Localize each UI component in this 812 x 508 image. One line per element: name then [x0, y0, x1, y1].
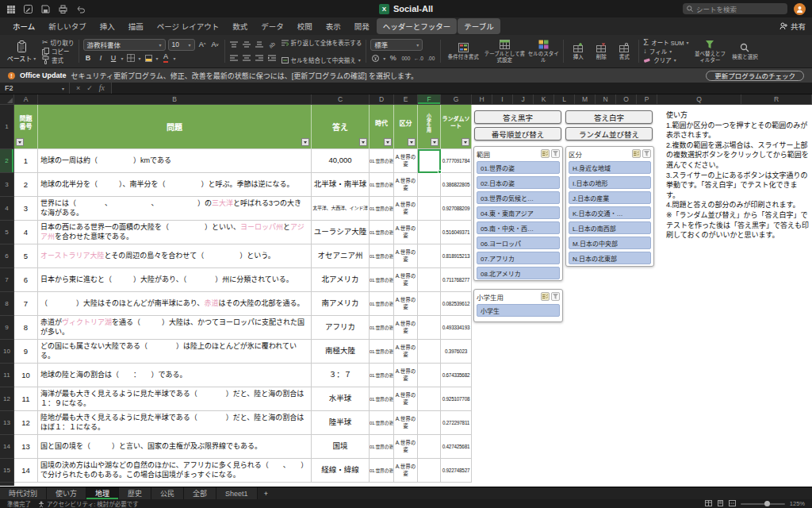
align-right-button[interactable] — [255, 52, 265, 64]
sheet-tab-chiri[interactable]: 地理 — [86, 487, 119, 499]
slicer-item[interactable]: 小学生 — [477, 304, 560, 317]
indent-button[interactable] — [267, 52, 278, 64]
cancel-entry-icon[interactable]: × — [76, 85, 80, 92]
multi-select-icon[interactable] — [541, 292, 550, 301]
header-cell-a[interactable]: 問題番号 — [14, 105, 38, 149]
cell-elementary[interactable] — [418, 173, 441, 197]
row-header-13[interactable]: 13 — [0, 411, 13, 435]
align-bottom-button[interactable] — [255, 39, 265, 50]
column-header-J[interactable]: J — [513, 94, 534, 104]
filter-button-b[interactable] — [301, 138, 309, 146]
row-header-4[interactable]: 4 — [0, 197, 13, 221]
bold-button[interactable]: B — [83, 52, 94, 64]
ribbon-tab-insert[interactable]: 挿入 — [94, 18, 121, 34]
sheet-tab-rekishi[interactable]: 歴史 — [119, 487, 151, 499]
cell-question-number[interactable]: 3 — [14, 197, 38, 221]
cell-question-number[interactable]: 6 — [14, 268, 38, 292]
cell-range[interactable]: 01.世界の姿 — [370, 268, 394, 292]
italic-button[interactable]: I — [96, 52, 106, 64]
borders-button[interactable] — [126, 52, 136, 64]
header-cell-g[interactable]: ランダムソート — [441, 105, 472, 149]
align-top-button[interactable] — [229, 39, 239, 50]
row-header-2[interactable]: 2 — [0, 149, 13, 173]
fill-button[interactable]: ↓フィル▾ — [643, 47, 688, 56]
add-sheet-button[interactable]: + — [258, 487, 274, 499]
copy-button[interactable]: コピー — [42, 47, 75, 56]
cell-answer[interactable]: アフリカ — [312, 316, 370, 340]
cell-range[interactable]: 01.世界の姿 — [370, 435, 394, 459]
ribbon-tab-home[interactable]: ホーム — [6, 18, 41, 34]
row-header-1[interactable]: 1 — [0, 105, 13, 149]
sheet-tab-jidai-taibetsu[interactable]: 時代対別 — [0, 487, 47, 499]
header-cell-b[interactable]: 問題 — [38, 105, 312, 149]
cell-random-sort[interactable]: 0.818915213 — [441, 244, 472, 268]
cell-answer[interactable]: 陸半球 — [312, 411, 370, 435]
cell-range[interactable]: 01.世界の姿 — [370, 292, 394, 316]
cell-answer[interactable]: 40,000 — [312, 149, 370, 173]
draw-icon[interactable] — [24, 5, 33, 13]
zoom-slider-knob[interactable] — [764, 501, 770, 506]
filter-button-a[interactable] — [16, 138, 24, 146]
cell-question-number[interactable]: 9 — [14, 340, 38, 364]
cell-random-sort[interactable]: 0.516049371 — [441, 221, 472, 244]
align-center-button[interactable] — [242, 52, 252, 64]
column-header-M[interactable]: M — [575, 94, 596, 104]
slicer-item[interactable]: K.日本の交通・… — [569, 206, 651, 219]
cell-question[interactable]: 日本の西にある世界一の面積の大陸を（ ）といい、ヨーロッパ州とアジア州を合わせた… — [38, 221, 312, 244]
cell-question[interactable]: 国境の決め方は山や湖などの自然のほかに、アフリカに多く見られる（ 、 ）で分けら… — [38, 459, 312, 483]
cell-question-number[interactable]: 7 — [14, 292, 38, 316]
format-painter-button[interactable]: 書式 — [42, 56, 75, 64]
cell-elementary[interactable] — [418, 459, 441, 483]
cell-range[interactable]: 01.世界の姿 — [370, 244, 394, 268]
cell-elementary[interactable] — [418, 387, 441, 411]
cell-answer[interactable]: 南アメリカ — [312, 292, 370, 316]
column-header-H[interactable]: H — [472, 94, 492, 104]
slicer-item[interactable]: 04.東・東南アジア — [477, 206, 560, 219]
row-header-10[interactable]: 10 — [0, 340, 13, 364]
clear-button[interactable]: クリア▾ — [643, 56, 688, 64]
cell-category[interactable]: A.世界の姿 — [394, 340, 418, 364]
cell-question-number[interactable]: 4 — [14, 221, 38, 244]
cell-question[interactable]: 日本から東に進むと（ ）大陸があり、（ ）州に分類されている。 — [38, 268, 312, 292]
cell-category[interactable]: A.世界の姿 — [394, 268, 418, 292]
cell-random-sort[interactable]: 0.3976023 — [441, 340, 472, 364]
cell-range[interactable]: 01.世界の姿 — [370, 173, 394, 197]
ribbon-tab-review[interactable]: 校閲 — [291, 18, 319, 34]
accessibility-status[interactable]: アクセシビリティ: 検討が必要です — [38, 499, 139, 508]
sheet-tab-zenbu[interactable]: 全部 — [184, 487, 216, 499]
wrap-text-button[interactable]: 折り返して全体を表示する — [282, 38, 362, 47]
cell-elementary[interactable] — [418, 292, 441, 316]
cell-elementary[interactable] — [418, 197, 441, 221]
merge-center-button[interactable]: セルを結合して中央揃え▾ — [282, 56, 362, 64]
column-header-C[interactable]: C — [312, 94, 370, 104]
slicer-item[interactable]: M.日本の中央部 — [569, 237, 651, 249]
underline-button[interactable]: U — [109, 52, 119, 64]
fill-color-button[interactable] — [144, 52, 154, 64]
ribbon-tab-developer[interactable]: 開発 — [348, 18, 376, 34]
column-header-G[interactable]: G — [441, 94, 472, 104]
cell-category[interactable]: A.世界の姿 — [394, 292, 418, 316]
multi-select-icon[interactable] — [632, 149, 641, 158]
cell-question-number[interactable]: 1 — [14, 149, 38, 173]
ribbon-tab-data[interactable]: データ — [255, 18, 290, 34]
ribbon-tab-page-layout[interactable]: ページ レイアウト — [151, 18, 225, 34]
font-size-select[interactable]: 10▾ — [168, 39, 195, 51]
column-header-N[interactable]: N — [596, 94, 616, 104]
cell-random-sort[interactable]: 0.777091784 — [441, 149, 472, 173]
percent-style-button[interactable]: % — [388, 52, 398, 64]
column-header-D[interactable]: D — [370, 94, 394, 104]
font-color-button[interactable]: A — [161, 52, 171, 64]
cell-elementary[interactable] — [418, 340, 441, 364]
cell-answer[interactable]: 国境 — [312, 435, 370, 459]
cell-question-number[interactable]: 8 — [14, 316, 38, 340]
font-name-select[interactable]: 游教科書体▾ — [83, 39, 166, 51]
cell-range[interactable]: 01.世界の姿 — [370, 364, 394, 387]
shrink-font-button[interactable]: Av — [210, 39, 220, 50]
account-avatar[interactable] — [794, 3, 806, 15]
filter-button-g[interactable] — [462, 138, 469, 146]
cell-range[interactable]: 01.世界の姿 — [370, 316, 394, 340]
slicer-item[interactable]: J.日本の産業 — [569, 191, 651, 204]
header-cell-d[interactable]: 時代 — [370, 105, 394, 149]
formula-input[interactable] — [112, 83, 812, 94]
cell-question-number[interactable]: 12 — [14, 411, 38, 435]
